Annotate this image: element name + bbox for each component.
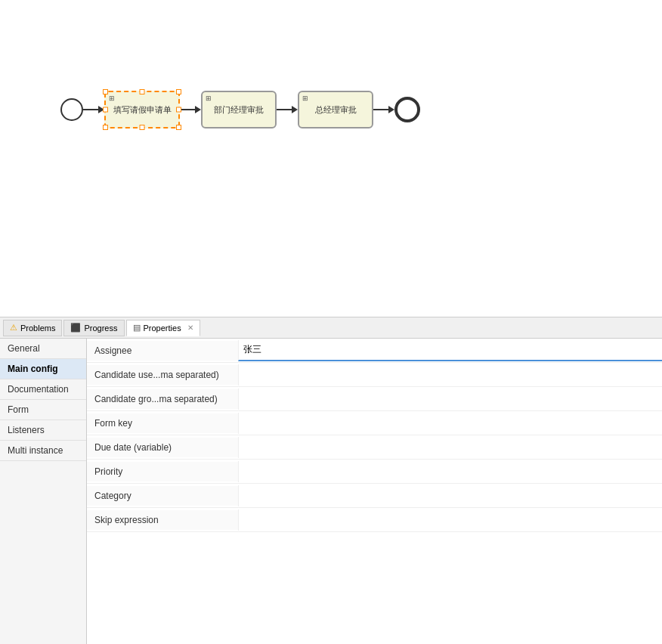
prop-label-category: Category	[87, 486, 238, 506]
sidebar-item-general[interactable]: General	[0, 339, 86, 359]
sequence-flow-2	[180, 106, 201, 113]
prop-row-candidate-groups: Candidate gro...ma separated)	[87, 387, 662, 411]
tab-problems[interactable]: ⚠ Problems	[3, 320, 62, 336]
task-1[interactable]: ⊞ 填写请假申请单	[104, 91, 180, 128]
properties-area: Assignee Candidate use...ma separated) C…	[87, 339, 662, 644]
tab-properties-label: Properties	[144, 324, 181, 333]
prop-input-assignee[interactable]	[238, 340, 662, 361]
task-2[interactable]: ⊞ 部门经理审批	[201, 91, 277, 128]
handle-tm[interactable]	[140, 89, 145, 94]
prop-row-category: Category	[87, 484, 662, 508]
handle-tr[interactable]	[176, 89, 181, 94]
close-icon[interactable]: ✕	[187, 324, 193, 332]
prop-input-category[interactable]	[238, 485, 662, 506]
task-3[interactable]: ⊞ 总经理审批	[298, 91, 373, 128]
sidebar-item-main-config[interactable]: Main config	[0, 359, 86, 379]
workflow-canvas: ⊞ 填写请假申请单 ⊞ 部门经理审批 ⊞	[0, 0, 662, 317]
prop-input-priority[interactable]	[238, 461, 662, 482]
task-3-label: 总经理审批	[315, 104, 357, 115]
tab-bar: ⚠ Problems ⬛ Progress ▤ Properties ✕	[0, 317, 662, 339]
handle-br[interactable]	[176, 125, 181, 130]
sequence-flow-4	[373, 106, 394, 113]
task-1-label: 填写请假申请单	[113, 104, 172, 115]
prop-label-candidate-groups: Candidate gro...ma separated)	[87, 389, 238, 409]
prop-row-form-key: Form key	[87, 411, 662, 435]
prop-row-assignee: Assignee	[87, 339, 662, 363]
start-event[interactable]	[60, 98, 83, 121]
task-icon-3: ⊞	[302, 94, 308, 102]
prop-label-candidate-users: Candidate use...ma separated)	[87, 365, 238, 385]
tab-progress[interactable]: ⬛ Progress	[63, 320, 124, 336]
properties-icon: ▤	[133, 323, 141, 333]
progress-icon: ⬛	[70, 323, 81, 333]
prop-input-form-key[interactable]	[238, 413, 662, 434]
sidebar-item-multi-instance-label: Multi instance	[8, 445, 63, 456]
sequence-flow-3	[277, 106, 298, 113]
sidebar-item-main-config-label: Main config	[8, 364, 58, 374]
prop-row-skip-expression: Skip expression	[87, 508, 662, 532]
prop-input-skip-expression[interactable]	[238, 509, 662, 531]
sidebar-item-multi-instance[interactable]: Multi instance	[0, 441, 86, 461]
tab-progress-label: Progress	[84, 324, 117, 333]
sidebar-item-listeners-label: Listeners	[8, 425, 45, 435]
task-icon-1: ⊞	[109, 94, 115, 102]
task-icon-2: ⊞	[206, 94, 212, 102]
sidebar-item-general-label: General	[8, 343, 40, 354]
handle-lm[interactable]	[103, 107, 108, 113]
handle-tl[interactable]	[103, 89, 108, 94]
prop-label-skip-expression: Skip expression	[87, 510, 238, 530]
prop-row-due-date: Due date (variable)	[87, 435, 662, 460]
task-2-label: 部门经理审批	[214, 104, 264, 115]
prop-label-assignee: Assignee	[87, 341, 238, 361]
sidebar-item-form-label: Form	[8, 404, 29, 415]
tab-problems-label: Problems	[20, 324, 55, 333]
handle-bl[interactable]	[103, 125, 108, 130]
handle-bm[interactable]	[140, 125, 145, 130]
sequence-flow-1	[83, 106, 104, 113]
warning-icon: ⚠	[10, 323, 17, 333]
bottom-panel: ⚠ Problems ⬛ Progress ▤ Properties ✕ Gen…	[0, 317, 662, 644]
prop-row-priority: Priority	[87, 460, 662, 484]
sidebar-item-documentation[interactable]: Documentation	[0, 379, 86, 400]
prop-label-form-key: Form key	[87, 413, 238, 433]
sidebar-item-listeners[interactable]: Listeners	[0, 420, 86, 441]
workflow-diagram: ⊞ 填写请假申请单 ⊞ 部门经理审批 ⊞	[60, 91, 420, 128]
tab-properties[interactable]: ▤ Properties ✕	[126, 320, 200, 336]
prop-label-priority: Priority	[87, 462, 238, 481]
panel-content: General Main config Documentation Form L…	[0, 339, 662, 644]
prop-input-candidate-users[interactable]	[238, 364, 662, 385]
prop-input-candidate-groups[interactable]	[238, 389, 662, 410]
sidebar-item-form[interactable]: Form	[0, 400, 86, 420]
end-event[interactable]	[394, 97, 420, 122]
prop-row-candidate-users: Candidate use...ma separated)	[87, 363, 662, 387]
handle-rm[interactable]	[176, 107, 181, 113]
sidebar: General Main config Documentation Form L…	[0, 339, 87, 644]
prop-input-due-date[interactable]	[238, 437, 662, 458]
prop-label-due-date: Due date (variable)	[87, 438, 238, 457]
sidebar-item-documentation-label: Documentation	[8, 384, 69, 395]
